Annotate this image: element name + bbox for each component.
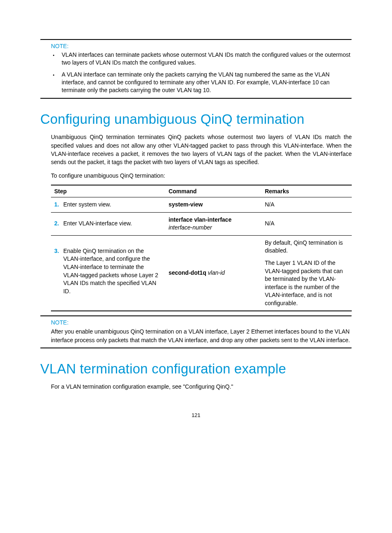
command-cell: system-view xyxy=(165,197,261,212)
step-text: Enable QinQ termination on the VLAN-inte… xyxy=(63,247,159,296)
note-bullet-list: VLAN interfaces can terminate packets wh… xyxy=(40,51,352,94)
command-bold: system-view xyxy=(168,201,203,208)
table-row: 3. Enable QinQ termination on the VLAN-i… xyxy=(51,235,352,311)
divider xyxy=(40,39,352,40)
command-bold: second-dot1q xyxy=(168,269,206,276)
note-block-2: NOTE: After you enable unambiguous QinQ … xyxy=(40,315,352,349)
remarks-para: By default, QinQ termination is disabled… xyxy=(265,239,348,255)
note-label: NOTE: xyxy=(51,43,352,49)
page-content: NOTE: VLAN interfaces can terminate pack… xyxy=(0,0,392,443)
command-bold: interface vlan-interface xyxy=(168,216,258,224)
command-italic: vlan-id xyxy=(208,269,225,276)
divider xyxy=(40,348,352,349)
col-step: Step xyxy=(51,185,165,197)
paragraph-qinq-lead: To configure unambiguous QinQ terminatio… xyxy=(51,171,352,180)
step-cell: 2. Enter VLAN-interface view. xyxy=(51,212,165,235)
note-block-1: NOTE: VLAN interfaces can terminate pack… xyxy=(40,39,352,99)
step-cell: 1. Enter system view. xyxy=(51,197,165,212)
steps-table: Step Command Remarks 1. Enter system vie… xyxy=(51,185,352,312)
col-command: Command xyxy=(165,185,261,197)
table-header-row: Step Command Remarks xyxy=(51,185,352,197)
command-italic: interface-number xyxy=(168,224,258,232)
command-cell: second-dot1q vlan-id xyxy=(165,235,261,311)
heading-qinq: Configuring unambiguous QinQ termination xyxy=(40,111,352,127)
paragraph-example: For a VLAN termination configuration exa… xyxy=(51,382,352,391)
table-row: 2. Enter VLAN-interface view. interface … xyxy=(51,212,352,235)
step-number: 3. xyxy=(54,247,62,255)
remarks-para: The Layer 1 VLAN ID of the VLAN-tagged p… xyxy=(265,259,348,308)
note-bullet: VLAN interfaces can terminate packets wh… xyxy=(58,51,352,67)
note-label: NOTE: xyxy=(51,319,352,326)
remarks-cell: N/A xyxy=(261,212,352,235)
step-cell: 3. Enable QinQ termination on the VLAN-i… xyxy=(51,235,165,311)
remarks-cell: By default, QinQ termination is disabled… xyxy=(261,235,352,311)
heading-example: VLAN termination configuration example xyxy=(40,361,352,377)
step-number: 2. xyxy=(54,220,62,228)
col-remarks: Remarks xyxy=(261,185,352,197)
note-text: After you enable unambiguous QinQ termin… xyxy=(51,327,352,344)
step-number: 1. xyxy=(54,201,62,209)
step-text: Enter system view. xyxy=(63,201,159,209)
step-text: Enter VLAN-interface view. xyxy=(63,220,159,228)
remarks-cell: N/A xyxy=(261,197,352,212)
command-cell: interface vlan-interface interface-numbe… xyxy=(165,212,261,235)
page-number: 121 xyxy=(40,396,352,418)
note-bullet: A VLAN interface can terminate only the … xyxy=(58,71,352,94)
divider xyxy=(40,315,352,317)
divider xyxy=(40,98,352,99)
paragraph-qinq-intro: Unambiguous QinQ termination terminates … xyxy=(51,133,352,166)
table-row: 1. Enter system view. system-view N/A xyxy=(51,197,352,212)
